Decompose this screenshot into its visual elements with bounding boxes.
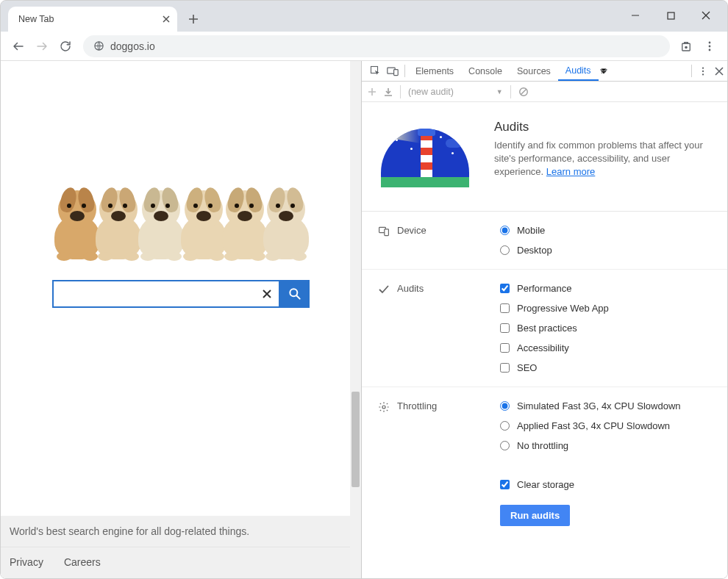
nav-forward-button[interactable] bbox=[30, 35, 54, 58]
audits-toolbar: (new audit) ▼ bbox=[362, 82, 727, 102]
tab-close-icon[interactable] bbox=[163, 15, 170, 23]
scroll-thumb[interactable] bbox=[351, 392, 360, 487]
browser-toolbar: doggos.io bbox=[1, 32, 727, 61]
clear-search-icon[interactable] bbox=[261, 288, 273, 300]
radio-desktop[interactable] bbox=[500, 245, 510, 255]
tab-strip: New Tab bbox=[1, 1, 727, 32]
devtools-tab-elements[interactable]: Elements bbox=[408, 61, 461, 81]
svg-point-13 bbox=[702, 73, 704, 75]
audits-heading: Audits bbox=[494, 120, 714, 134]
svg-point-11 bbox=[702, 67, 704, 68]
clear-storage-option[interactable]: Clear storage bbox=[500, 479, 574, 490]
search-icon bbox=[288, 287, 302, 301]
search-button[interactable] bbox=[280, 280, 310, 308]
checkbox-accessibility[interactable] bbox=[500, 343, 510, 353]
lighthouse-illustration bbox=[375, 120, 478, 193]
section-throttling: Throttling Simulated Fast 3G, 4x CPU Slo… bbox=[362, 387, 727, 464]
globe-icon bbox=[93, 40, 104, 51]
footer-links: Privacy Careers bbox=[1, 547, 350, 578]
devtools-tab-console[interactable]: Console bbox=[461, 61, 510, 81]
devtools-tab-audits[interactable]: Audits bbox=[558, 61, 599, 81]
section-label-device: Device bbox=[397, 225, 427, 236]
svg-point-17 bbox=[382, 406, 385, 409]
checkbox-clear-storage[interactable] bbox=[500, 480, 510, 489]
throttle-option-none[interactable]: No throttling bbox=[500, 440, 714, 451]
gear-icon bbox=[378, 401, 390, 413]
browser-menu-button[interactable] bbox=[698, 35, 721, 58]
audits-intro-text: Audits Identify and fix common problems … bbox=[494, 120, 714, 193]
new-audit-icon[interactable] bbox=[368, 87, 377, 96]
svg-rect-0 bbox=[668, 12, 674, 19]
browser-window: New Tab bbox=[0, 0, 728, 579]
extension-button[interactable] bbox=[674, 35, 698, 58]
window-close-button[interactable] bbox=[690, 4, 721, 27]
svg-point-3 bbox=[685, 46, 688, 48]
search-input[interactable] bbox=[61, 287, 261, 301]
devtools-settings-icon[interactable] bbox=[695, 61, 711, 81]
checkbox-performance[interactable] bbox=[500, 284, 510, 293]
checkbox-bestpractices[interactable] bbox=[500, 323, 510, 333]
radio-simulated[interactable] bbox=[500, 401, 510, 411]
audit-option-seo[interactable]: SEO bbox=[500, 362, 714, 373]
inspect-element-icon[interactable] bbox=[366, 61, 384, 81]
hero-image-puppies bbox=[51, 157, 312, 259]
checkbox-seo[interactable] bbox=[500, 363, 510, 373]
radio-applied[interactable] bbox=[500, 421, 510, 431]
section-device: Device Mobile Desktop bbox=[362, 212, 727, 270]
nav-back-button[interactable] bbox=[7, 35, 30, 58]
search-field[interactable] bbox=[52, 280, 280, 308]
browser-tab[interactable]: New Tab bbox=[8, 7, 177, 32]
device-option-mobile[interactable]: Mobile bbox=[500, 225, 714, 236]
radio-none[interactable] bbox=[500, 441, 510, 450]
footer-link-careers[interactable]: Careers bbox=[64, 556, 101, 568]
svg-rect-10 bbox=[394, 69, 399, 75]
toggle-device-icon[interactable] bbox=[384, 61, 402, 81]
svg-point-5 bbox=[709, 45, 711, 47]
checkbox-pwa[interactable] bbox=[500, 303, 510, 313]
svg-point-12 bbox=[702, 70, 704, 71]
main-area: World's best search engine for all dog-r… bbox=[1, 61, 727, 578]
devtools-tab-sources[interactable]: Sources bbox=[510, 61, 558, 81]
page-viewport: World's best search engine for all dog-r… bbox=[1, 61, 361, 578]
audit-option-accessibility[interactable]: Accessibility bbox=[500, 342, 714, 353]
audit-option-performance[interactable]: Performance bbox=[500, 283, 714, 294]
svg-rect-16 bbox=[385, 229, 389, 236]
window-controls bbox=[620, 4, 721, 27]
address-bar[interactable]: doggos.io bbox=[83, 35, 670, 57]
devtools-close-icon[interactable] bbox=[711, 61, 727, 81]
run-row: Run audits bbox=[362, 495, 727, 544]
nav-reload-button[interactable] bbox=[54, 35, 77, 58]
devtools-panel: Elements Console Sources Audits » bbox=[361, 61, 727, 578]
device-option-desktop[interactable]: Desktop bbox=[500, 245, 714, 256]
audit-option-bestpractices[interactable]: Best practices bbox=[500, 323, 714, 334]
page-footer: World's best search engine for all dog-r… bbox=[1, 516, 350, 578]
section-label-audits: Audits bbox=[397, 283, 424, 294]
audits-intro: Audits Identify and fix common problems … bbox=[362, 102, 727, 212]
download-audit-icon[interactable] bbox=[384, 87, 393, 96]
throttle-option-simulated[interactable]: Simulated Fast 3G, 4x CPU Slowdown bbox=[500, 400, 714, 411]
window-minimize-button[interactable] bbox=[620, 4, 651, 27]
clear-storage-row: Clear storage bbox=[362, 464, 727, 495]
radio-mobile[interactable] bbox=[500, 226, 510, 235]
search-row bbox=[52, 280, 310, 308]
learn-more-link[interactable]: Learn more bbox=[546, 166, 595, 177]
devtools-tabbar: Elements Console Sources Audits » bbox=[362, 61, 727, 82]
audit-option-pwa[interactable]: Progressive Web App bbox=[500, 303, 714, 314]
window-maximize-button[interactable] bbox=[655, 4, 686, 27]
tab-title: New Tab bbox=[18, 14, 54, 24]
device-icon bbox=[378, 226, 390, 237]
new-tab-button[interactable] bbox=[183, 9, 204, 29]
clear-audits-icon[interactable] bbox=[518, 87, 529, 97]
page-content: World's best search engine for all dog-r… bbox=[1, 61, 361, 578]
address-text: doggos.io bbox=[110, 40, 155, 52]
run-audits-button[interactable]: Run audits bbox=[500, 505, 570, 526]
svg-point-4 bbox=[709, 41, 711, 43]
section-audits: Audits Performance Progressive Web App bbox=[362, 270, 727, 387]
footer-description: World's best search engine for all dog-r… bbox=[1, 516, 350, 547]
page-scrollbar[interactable] bbox=[350, 61, 361, 578]
chevron-down-icon: ▼ bbox=[496, 88, 503, 96]
devtools-more-tabs-icon[interactable]: » bbox=[599, 61, 615, 81]
audit-selector[interactable]: (new audit) ▼ bbox=[408, 87, 503, 97]
footer-link-privacy[interactable]: Privacy bbox=[10, 556, 43, 568]
throttle-option-applied[interactable]: Applied Fast 3G, 4x CPU Slowdown bbox=[500, 420, 714, 431]
